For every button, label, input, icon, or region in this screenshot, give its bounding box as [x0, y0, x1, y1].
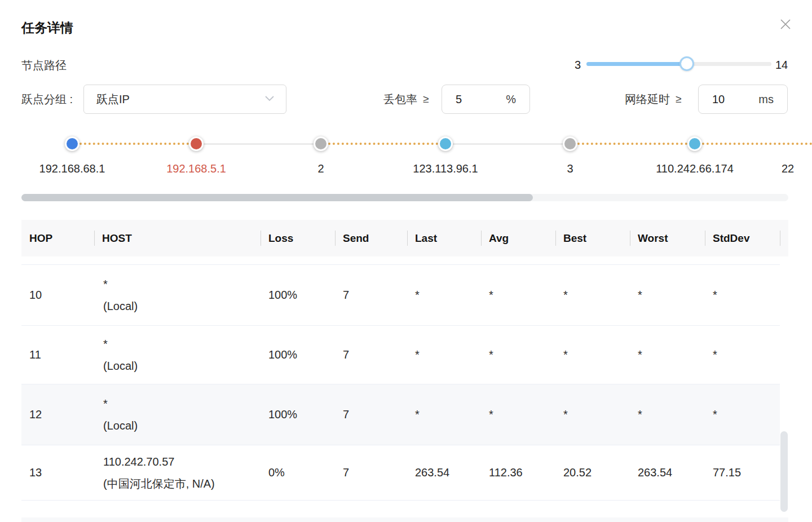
- path-node-dot[interactable]: [314, 136, 328, 151]
- gte-operator: ≥: [676, 93, 681, 105]
- cell-host: 110.242.70.57 (中国河北保定市, N/A): [94, 445, 261, 500]
- hop-group-label: 跃点分组 :: [21, 85, 73, 114]
- node-path-label: 节点路径: [21, 58, 67, 73]
- cell-worst: 263.54: [630, 445, 705, 500]
- table-header: HOP HOST Loss Send Last Avg Best Worst S…: [21, 220, 788, 256]
- loss-unit: %: [506, 93, 516, 106]
- vertical-scrollbar-thumb[interactable]: [780, 431, 788, 512]
- loss-threshold-value: 5: [456, 93, 506, 106]
- column-header-best: Best: [555, 220, 630, 256]
- cell-hop: 10: [21, 265, 94, 325]
- gte-operator: ≥: [423, 93, 429, 105]
- horizontal-scrollbar[interactable]: [21, 194, 788, 201]
- column-header-stub: [780, 220, 788, 256]
- path-node-dot[interactable]: [687, 136, 702, 151]
- page-title: 任务详情: [21, 19, 73, 37]
- cell-stddev: *: [705, 265, 780, 325]
- column-header-send: Send: [335, 220, 407, 256]
- path-segment: [702, 143, 812, 145]
- path-segment: [80, 143, 189, 145]
- cell-best: *: [555, 265, 630, 325]
- hop-group-select[interactable]: 跃点IP: [83, 85, 286, 114]
- cell-best: *: [555, 384, 630, 445]
- path-segment: [204, 143, 314, 145]
- path-segment: [453, 143, 563, 145]
- column-header-host: HOST: [94, 220, 261, 256]
- table-row[interactable]: 13 110.242.70.57 (中国河北保定市, N/A) 0% 7 263…: [21, 445, 780, 501]
- cell-last: *: [407, 326, 481, 384]
- chevron-down-icon: [264, 94, 275, 104]
- path-node-label: 123.113.96.1: [413, 162, 478, 175]
- column-header-last: Last: [407, 220, 481, 256]
- cell-last: *: [407, 384, 481, 445]
- latency-threshold-input[interactable]: 10 ms: [698, 85, 788, 114]
- column-header-worst: Worst: [630, 220, 705, 256]
- cell-avg: 112.36: [481, 445, 555, 500]
- cell-host: * (Local): [94, 326, 261, 384]
- cell-stddev: 77.15: [705, 445, 780, 500]
- path-node-dot[interactable]: [563, 136, 577, 151]
- path-node-label: 110.242.66.174: [656, 162, 734, 175]
- cell-host: * (Local): [94, 265, 261, 325]
- cell-hop: 11: [21, 326, 94, 384]
- cell-worst: *: [630, 326, 705, 384]
- cell-avg: *: [481, 265, 555, 325]
- cell-send: 7: [335, 384, 407, 445]
- table-row[interactable]: 10 * (Local) 100% 7 * * * * *: [21, 265, 780, 326]
- hop-range-slider[interactable]: [586, 62, 771, 66]
- cell-loss: 100%: [261, 265, 335, 325]
- slider-min-label: 3: [561, 59, 581, 72]
- path-node-label: 22: [782, 162, 794, 175]
- latency-unit: ms: [758, 93, 774, 106]
- cell-loss: 0%: [261, 445, 335, 500]
- latency-threshold-value: 10: [712, 93, 758, 106]
- path-segment: [577, 143, 687, 145]
- cell-avg: *: [481, 326, 555, 384]
- cell-send: 7: [335, 265, 407, 325]
- cell-hop: 13: [21, 445, 94, 500]
- slider-max-label: 14: [775, 59, 788, 72]
- cell-hop: 12: [21, 384, 94, 445]
- horizontal-scrollbar-thumb[interactable]: [21, 194, 533, 201]
- path-node-label: 3: [567, 162, 573, 175]
- column-header-avg: Avg: [481, 220, 555, 256]
- path-node-label: 192.168.5.1: [166, 162, 226, 175]
- cell-best: 20.52: [555, 445, 630, 500]
- cell-best: *: [555, 326, 630, 384]
- cell-loss: 100%: [261, 384, 335, 445]
- table-row[interactable]: 11 * (Local) 100% 7 * * * * *: [21, 326, 780, 384]
- table-row[interactable]: 12 * (Local) 100% 7 * * * * *: [21, 384, 780, 445]
- loss-filter-label: 丢包率 ≥: [383, 85, 429, 114]
- cell-last: 263.54: [407, 445, 481, 500]
- loss-threshold-input[interactable]: 5 %: [442, 85, 530, 114]
- cell-worst: *: [630, 384, 705, 445]
- cell-last: *: [407, 265, 481, 325]
- cell-stddev: *: [705, 384, 780, 445]
- cell-avg: *: [481, 384, 555, 445]
- slider-thumb[interactable]: [679, 56, 694, 71]
- column-header-loss: Loss: [261, 220, 335, 256]
- cell-stddev: *: [705, 326, 780, 384]
- hop-stats-table: HOP HOST Loss Send Last Avg Best Worst S…: [21, 220, 788, 501]
- path-node-dot[interactable]: [438, 136, 453, 151]
- path-node-label: 2: [317, 162, 324, 175]
- path-node-dot[interactable]: [189, 136, 204, 151]
- path-segment: [328, 143, 438, 145]
- cell-send: 7: [335, 445, 407, 500]
- column-header-stddev: StdDev: [705, 220, 780, 256]
- cell-host: * (Local): [94, 384, 261, 445]
- table-row-partial: [21, 517, 788, 522]
- cell-worst: *: [630, 265, 705, 325]
- column-header-hop: HOP: [21, 220, 94, 256]
- latency-filter-label: 网络延时 ≥: [625, 85, 681, 114]
- path-node-label: 192.168.68.1: [39, 162, 105, 175]
- close-icon[interactable]: [779, 17, 792, 31]
- hop-group-select-value: 跃点IP: [96, 92, 264, 107]
- path-node-dot[interactable]: [65, 136, 80, 151]
- cell-loss: 100%: [261, 326, 335, 384]
- cell-send: 7: [335, 326, 407, 384]
- slider-fill: [586, 62, 687, 66]
- table-row-partial: [21, 256, 780, 265]
